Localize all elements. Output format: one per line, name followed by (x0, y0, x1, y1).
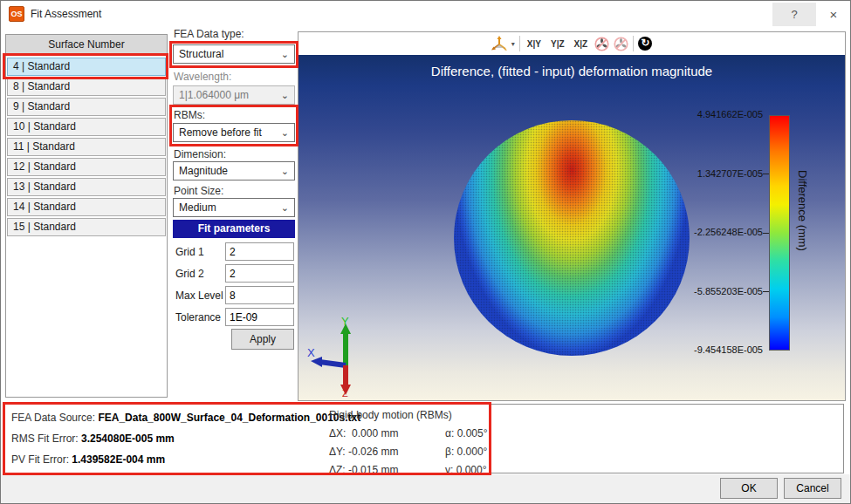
viewport-canvas[interactable]: Difference, (fitted - input) deformation… (299, 55, 845, 400)
pv-fit-error-value: 1.439582E-004 mm (72, 453, 165, 466)
deformation-viewport: ▾ X|Y Y|Z X|Z ↻ Difference, (298, 31, 846, 401)
fit-assessment-dialog: OS Fit Assessment ? × Surface Number 4 |… (0, 0, 851, 504)
chevron-down-icon: ⌄ (281, 162, 289, 180)
colorbar-tick-label: 1.342707E-005 (683, 168, 763, 179)
rbm-header: Rigid-body motion (RBMs) (329, 409, 452, 421)
view-xy-button[interactable]: X|Y (525, 39, 544, 49)
max-level-input[interactable] (225, 286, 294, 304)
view-yz-button[interactable]: Y|Z (548, 39, 567, 49)
rms-fit-error-value: 3.254080E-005 mm (81, 432, 175, 445)
no-spin-x-icon[interactable] (594, 37, 609, 51)
surface-row-10[interactable]: 10 | Standard (7, 118, 166, 136)
fea-data-source-label: FEA Data Source: (11, 412, 98, 424)
rbms-value: Remove before fit (179, 126, 262, 139)
toolbar-divider (519, 36, 520, 51)
help-button[interactable]: ? (772, 3, 816, 26)
surface-row-11[interactable]: 11 | Standard (7, 138, 166, 156)
deformation-point-cloud (454, 120, 690, 356)
wavelength-dropdown: 1|1.064000 μm ⌄ (173, 85, 295, 105)
colorbar-tick-label: -9.454158E-005 (683, 344, 763, 355)
point-size-label: Point Size: (174, 185, 223, 197)
surface-row-8[interactable]: 8 | Standard (7, 78, 166, 96)
ok-button[interactable]: OK (720, 478, 778, 499)
fea-data-type-label: FEA Data type: (174, 28, 244, 40)
apply-button[interactable]: Apply (231, 329, 294, 350)
title-bar: OS Fit Assessment ? × (1, 1, 850, 27)
max-level-label: Max Level (175, 289, 224, 302)
dialog-footer: OK Cancel (1, 474, 850, 504)
point-size-value: Medium (179, 201, 216, 214)
colorbar (769, 115, 790, 351)
rms-fit-error-label: RMS Fit Error: (11, 432, 81, 445)
colorbar-axis-title: Difference (mm) (796, 170, 809, 251)
axis-x-label: X (307, 346, 315, 359)
chevron-down-icon: ⌄ (281, 199, 289, 216)
surface-row-12[interactable]: 12 | Standard (7, 158, 166, 176)
dimension-label: Dimension: (174, 148, 226, 160)
reset-view-icon[interactable]: ↻ (638, 37, 652, 51)
tolerance-label: Tolerance (175, 311, 224, 324)
surface-table-header: Surface Number (6, 35, 167, 56)
chevron-down-icon: ⌄ (281, 124, 289, 141)
dimension-value: Magnitude (179, 165, 228, 177)
colorbar-tick (763, 291, 769, 292)
view-xz-button[interactable]: X|Z (572, 39, 591, 49)
surface-row-9[interactable]: 9 | Standard (7, 98, 166, 116)
close-icon[interactable]: × (820, 3, 848, 26)
chevron-down-icon: ⌄ (281, 45, 289, 63)
cancel-button[interactable]: Cancel (784, 478, 841, 499)
point-size-dropdown[interactable]: Medium ⌄ (173, 198, 295, 217)
grid2-label: Grid 2 (175, 268, 224, 280)
rbm-alpha: α: 0.005° (445, 427, 487, 439)
rbms-dropdown[interactable]: Remove before fit ⌄ (173, 123, 295, 142)
surface-row-15[interactable]: 15 | Standard (7, 218, 166, 236)
chevron-down-icon: ⌄ (281, 86, 289, 104)
grid2-input[interactable] (225, 264, 294, 283)
status-panel: FEA Data Source: FEA_Data_800W_Surface_0… (3, 404, 844, 473)
colorbar-tick (763, 233, 769, 234)
surface-row-13[interactable]: 13 | Standard (7, 178, 166, 196)
fit-parameters-header: Fit parameters (173, 220, 295, 238)
wavelength-label: Wavelength: (174, 71, 231, 83)
dimension-dropdown[interactable]: Magnitude ⌄ (173, 161, 295, 180)
toolbar-divider (633, 36, 634, 51)
colorbar-tick-label: -5.855203E-005 (683, 286, 763, 296)
axis-triad: Y X Z (307, 317, 370, 397)
viewport-toolbar: ▾ X|Y Y|Z X|Z ↻ (299, 32, 845, 55)
fea-data-type-dropdown[interactable]: Structural ⌄ (173, 44, 295, 64)
chevron-down-icon[interactable]: ▾ (511, 40, 515, 48)
axis-y-label: Y (341, 317, 349, 328)
pv-fit-error-label: PV Fit Error: (11, 453, 72, 466)
tolerance-input[interactable] (225, 308, 294, 326)
rbm-dy: ΔY: -0.026 mm (329, 446, 398, 458)
fea-data-source: FEA Data Source: FEA_Data_800W_Surface_0… (11, 412, 360, 424)
surface-number-table: Surface Number 4 | Standard 8 | Standard… (5, 34, 168, 398)
no-spin-y-icon[interactable] (614, 37, 628, 51)
rms-fit-error: RMS Fit Error: 3.254080E-005 mm (11, 432, 175, 445)
surface-row-14[interactable]: 14 | Standard (7, 198, 166, 216)
colorbar-tick-label: 4.941662E-005 (683, 109, 763, 119)
grid1-label: Grid 1 (175, 246, 224, 258)
opticstudio-logo-icon: OS (9, 6, 24, 22)
wavelength-value: 1|1.064000 μm (179, 89, 249, 101)
axis-orientation-icon[interactable] (491, 36, 507, 51)
pv-fit-error: PV Fit Error: 1.439582E-004 mm (11, 453, 165, 466)
rbms-label: RBMs: (174, 109, 205, 121)
rbm-beta: β: 0.000° (445, 446, 487, 458)
grid1-input[interactable] (225, 242, 294, 261)
fea-data-type-value: Structural (179, 48, 223, 60)
fea-data-source-value: FEA_Data_800W_Surface_04_Deformation_001… (98, 412, 360, 424)
rbm-dx: ΔX: 0.000 mm (329, 427, 398, 439)
window-title: Fit Assessment (31, 1, 101, 27)
axis-z-label: Z (342, 388, 348, 397)
colorbar-tick-label: -2.256248E-005 (683, 227, 763, 237)
surface-row-4[interactable]: 4 | Standard (7, 58, 166, 76)
plot-title: Difference, (fitted - input) deformation… (299, 64, 845, 78)
colorbar-tick (763, 174, 769, 174)
